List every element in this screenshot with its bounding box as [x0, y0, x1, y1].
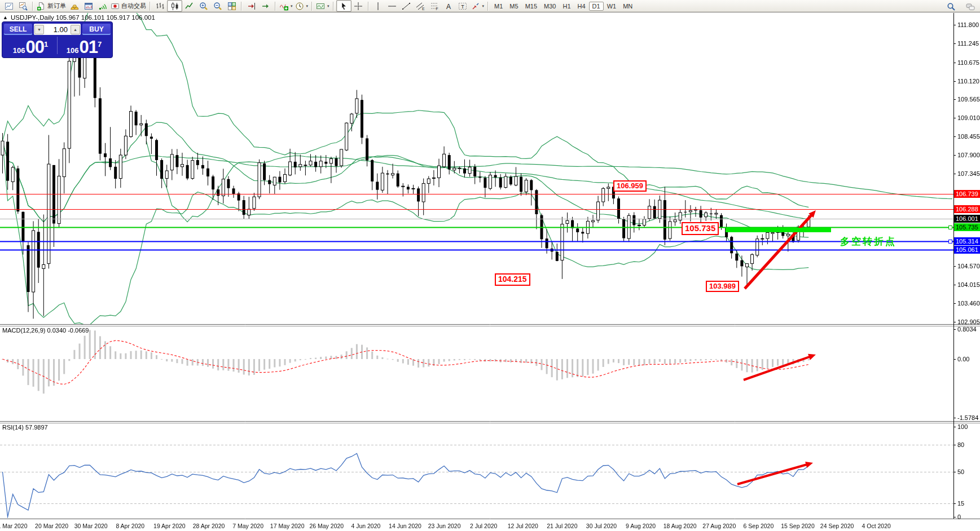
tf-W1-button[interactable]: W1	[604, 2, 620, 11]
price-label-annotation[interactable]: 106.959	[613, 180, 647, 192]
autotrade-label: 自动交易	[121, 2, 146, 10]
indicators-icon	[279, 2, 288, 11]
toolbar-right-icons	[944, 1, 977, 12]
svg-text:E: E	[422, 7, 425, 11]
chart-file-icon	[5, 2, 14, 11]
symbol-marker-icon: ▲	[3, 15, 8, 20]
line-selection-handle[interactable]	[948, 240, 952, 244]
toolbar-separator	[150, 2, 151, 11]
chevron-down-icon: ▾	[482, 4, 485, 8]
tf-M15-button[interactable]: M15	[522, 2, 540, 11]
date-axis-label: 15 Sep 2020	[781, 523, 815, 529]
buy-button[interactable]: BUY	[82, 24, 111, 35]
date-axis-label: 7 May 2020	[232, 523, 263, 529]
date-axis-label: 30 Mar 2020	[74, 523, 108, 529]
svg-text:T: T	[461, 3, 464, 9]
date-axis-label: 21 Jul 2020	[547, 523, 577, 529]
zoom-in-button[interactable]	[196, 1, 210, 11]
channel-button[interactable]: E	[414, 1, 428, 11]
profile-magnifier-button[interactable]	[16, 1, 30, 11]
price-axis-tick: 110.675	[957, 59, 979, 66]
tf-M1-button[interactable]: M1	[491, 2, 506, 11]
symbol-ohlc-text: USDJPY-,Daily 105.967 106.101 105.917 10…	[11, 14, 155, 21]
market-watch-button[interactable]	[81, 1, 95, 11]
tf-M30-button[interactable]: M30	[540, 2, 559, 11]
arrows-tool-icon	[471, 2, 480, 11]
tile-windows-button[interactable]	[225, 1, 239, 11]
date-axis-label: 17 May 2020	[270, 523, 305, 529]
volume-down-button[interactable]: ▼	[34, 25, 44, 34]
svg-text:A: A	[446, 2, 451, 10]
chart-file-button[interactable]	[2, 1, 16, 11]
price-label-annotation[interactable]: 104.215	[495, 273, 530, 286]
cursor-button[interactable]	[336, 0, 351, 12]
candles-chart-button[interactable]	[167, 0, 182, 12]
support-zone-bar[interactable]	[726, 228, 831, 232]
tf-H1-button[interactable]: H1	[559, 2, 574, 11]
cursor-icon	[339, 2, 348, 11]
tf-D1-button[interactable]: D1	[589, 2, 604, 11]
new-order-icon	[37, 2, 46, 11]
tf-MN-button[interactable]: MN	[619, 2, 636, 11]
price-axis-tick: 110.120	[957, 78, 979, 85]
signal-icon	[98, 2, 107, 11]
trading-platform-window: 新订单自动交易▾▾▾EFAT▾M1M5M15M30H1H4D1W1MN ▲ US…	[0, 0, 980, 531]
price-label-annotation[interactable]: 105.735	[682, 222, 719, 235]
date-axis-label: 4 Oct 2020	[862, 523, 891, 529]
shift-chart-button[interactable]	[244, 1, 258, 11]
profile-magnifier-icon	[19, 2, 28, 11]
signal-button[interactable]	[95, 1, 109, 11]
text-label-button[interactable]: T	[456, 1, 470, 11]
vline-button[interactable]	[371, 1, 385, 11]
rsi-axis-tick: 0	[957, 514, 961, 520]
profiles-button[interactable]: ▾	[315, 1, 331, 11]
line-chart-button[interactable]	[182, 1, 196, 11]
autotrade-icon	[111, 2, 120, 11]
price-axis-badge: 106.001	[954, 215, 980, 223]
sell-button[interactable]: SELL	[4, 24, 32, 35]
date-axis-label: 27 Aug 2020	[702, 523, 736, 529]
market-watch-icon	[84, 2, 93, 11]
buy-price[interactable]: 106 01 7	[58, 38, 111, 56]
date-axis-label: 2 Jul 2020	[470, 523, 497, 529]
line-selection-handle[interactable]	[948, 225, 952, 229]
trendline-button[interactable]	[399, 1, 414, 11]
new-order-button[interactable]: 新订单	[36, 1, 67, 11]
autoscroll-button[interactable]	[258, 1, 273, 11]
zoom-out-button[interactable]	[210, 1, 225, 11]
price-axis-badge: 105.735	[954, 223, 980, 231]
zone-text-annotation[interactable]: 多空转折点	[840, 235, 896, 248]
clock-button[interactable]: ▾	[294, 1, 310, 11]
tf-M5-button[interactable]: M5	[506, 2, 521, 11]
gold-bar-button[interactable]	[67, 1, 81, 11]
arrows-tool-button[interactable]: ▾	[470, 1, 486, 11]
search-button[interactable]	[944, 1, 958, 12]
vline-icon	[373, 2, 383, 11]
macd-axis-tick: 0.8034	[957, 326, 977, 333]
crosshair-icon	[354, 2, 363, 11]
indicators-button[interactable]: ▾	[278, 1, 294, 11]
price-label-annotation[interactable]: 103.989	[706, 281, 739, 292]
chat-button[interactable]	[963, 1, 977, 12]
date-axis-label: 9 Aug 2020	[626, 523, 656, 529]
tf-H4-button[interactable]: H4	[574, 2, 589, 11]
bars-chart-button[interactable]	[153, 1, 167, 11]
text-button[interactable]: A	[442, 1, 456, 11]
date-axis-label: 8 Apr 2020	[116, 523, 144, 529]
volume-up-button[interactable]: ▲	[71, 25, 80, 34]
symbol-info-bar: ▲ USDJPY-,Daily 105.967 106.101 105.917 …	[3, 14, 155, 21]
sell-price-big: 00	[25, 38, 43, 56]
volume-input[interactable]	[44, 25, 71, 34]
price-axis-tick: 109.565	[957, 96, 980, 103]
clock-icon	[295, 2, 304, 11]
sell-price[interactable]: 106 00 1	[4, 38, 57, 56]
hline-button[interactable]	[385, 1, 399, 11]
crosshair-button[interactable]	[351, 1, 366, 11]
date-axis-label: 14 Jun 2020	[389, 523, 421, 529]
toolbar-separator	[275, 2, 276, 11]
chart-canvas[interactable]	[0, 0, 980, 531]
autotrade-button[interactable]: 自动交易	[109, 1, 147, 11]
fibonacci-button[interactable]: F	[428, 1, 442, 11]
hline-icon	[388, 2, 397, 11]
rsi-axis-tick: 100	[957, 423, 968, 430]
